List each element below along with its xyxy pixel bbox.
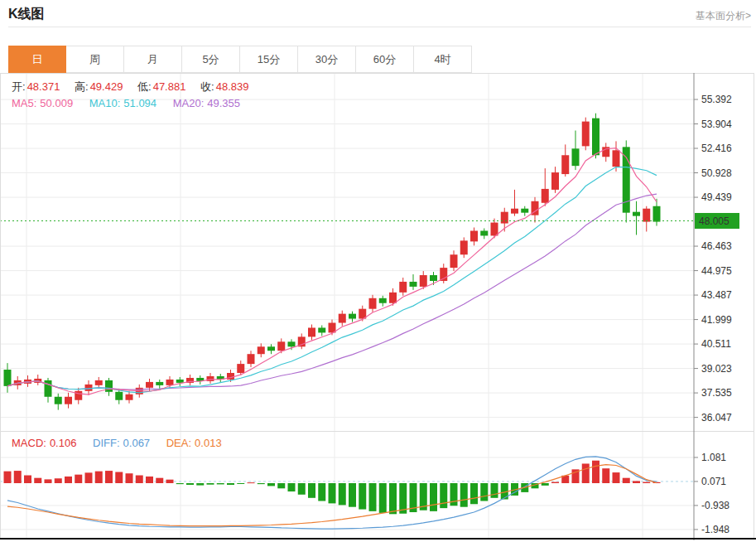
- svg-text:44.975: 44.975: [701, 265, 732, 277]
- svg-text:43.487: 43.487: [701, 289, 732, 301]
- svg-text:53.904: 53.904: [701, 119, 732, 130]
- interval-tab-bar: 日周月5分15分30分60分4时: [8, 46, 472, 73]
- svg-text:48.005: 48.005: [699, 215, 730, 227]
- header-divider: [8, 27, 751, 27]
- grid-layer: [0, 73, 694, 539]
- tab-interval-5[interactable]: 15分: [240, 46, 298, 73]
- svg-text:49.439: 49.439: [701, 191, 732, 203]
- svg-text:0.071: 0.071: [701, 476, 726, 487]
- tab-interval-3[interactable]: 月: [124, 46, 182, 73]
- svg-text:36.047: 36.047: [701, 412, 732, 423]
- svg-text:37.535: 37.535: [701, 387, 732, 399]
- svg-text:-0.938: -0.938: [701, 500, 730, 511]
- current-price-badge: 48.005: [695, 213, 739, 229]
- svg-text:46.463: 46.463: [701, 240, 732, 252]
- page-title: K线图: [8, 6, 45, 23]
- macd-histogram: [4, 461, 661, 515]
- svg-text:52.416: 52.416: [701, 143, 732, 154]
- svg-text:50.928: 50.928: [701, 167, 732, 179]
- tab-interval-1[interactable]: 日: [8, 46, 66, 73]
- ma-lines: [7, 148, 657, 395]
- chart-canvas[interactable]: 55.39253.90452.41650.92849.43946.46344.9…: [0, 73, 756, 542]
- tab-interval-7[interactable]: 60分: [356, 46, 414, 73]
- svg-text:41.999: 41.999: [701, 314, 732, 326]
- svg-text:39.023: 39.023: [701, 363, 732, 375]
- tab-interval-2[interactable]: 周: [66, 46, 124, 73]
- tab-interval-4[interactable]: 5分: [182, 46, 240, 73]
- svg-text:1.081: 1.081: [701, 452, 726, 463]
- tab-interval-6[interactable]: 30分: [298, 46, 356, 73]
- candles-layer: [4, 114, 661, 410]
- svg-text:-1.948: -1.948: [701, 524, 730, 535]
- kline-page: { "header": { "title": "K线图", "right_lin…: [0, 0, 756, 542]
- tab-interval-8[interactable]: 4时: [414, 46, 472, 73]
- svg-text:55.392: 55.392: [701, 94, 732, 105]
- svg-text:40.511: 40.511: [701, 338, 731, 350]
- fundamental-analysis-link[interactable]: 基本面分析>: [696, 9, 751, 23]
